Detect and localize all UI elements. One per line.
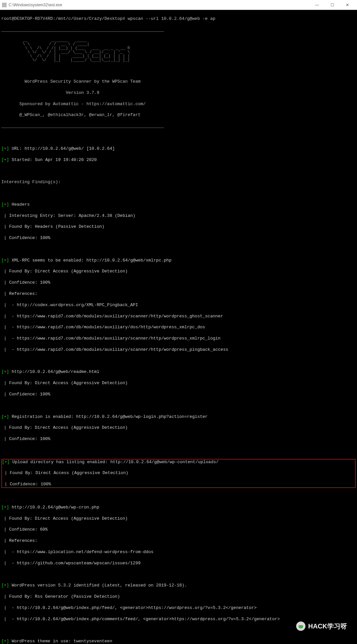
finding-readme: [+] http://10.0.2.64/g@web/readme.html	[1, 369, 356, 375]
banner-l3: Sponsored by Automattic - https://automa…	[1, 101, 356, 107]
window-controls: — ☐ ✕	[309, 0, 355, 10]
watermark-text: HACK学习呀	[308, 622, 347, 630]
url-line: [+] URL: http://10.0.2.64/g@web/ [10.0.2…	[1, 146, 356, 152]
window-title: C:\Windows\system32\wsl.exe	[9, 3, 309, 7]
minimize-button[interactable]: —	[309, 0, 325, 10]
watermark: HACK学习呀	[296, 622, 347, 631]
banner-l4: @_WPScan_, @ethicalhack3r, @erwan_lr, @f…	[1, 112, 356, 118]
window-titlebar: C:\Windows\system32\wsl.exe — ☐ ✕	[0, 0, 357, 10]
finding-wpversion: [+] WordPress version 5.3.2 identified (…	[1, 583, 356, 588]
findings-heading: Interesting Finding(s):	[1, 180, 356, 185]
started-line: [+] Started: Sun Apr 19 19:40:26 2020	[1, 157, 356, 163]
finding-headers: [+] Headers	[1, 202, 356, 208]
finding-theme: [+] WordPress theme in use: twentysevent…	[1, 639, 356, 644]
close-button[interactable]: ✕	[340, 0, 355, 10]
divider: ________________________________________…	[1, 27, 356, 33]
app-icon	[2, 3, 7, 7]
wechat-icon	[296, 622, 305, 631]
maximize-button[interactable]: ☐	[325, 0, 340, 10]
finding-wpcron: [+] http://10.0.2.64/g@web/wp-cron.php	[1, 505, 356, 510]
divider: ________________________________________…	[1, 124, 356, 129]
wpscan-logo: __ _______ _____ \ \ / / __ \ / ____| \ …	[1, 38, 356, 62]
banner-l1: WordPress Security Scanner by the WPScan…	[1, 79, 356, 85]
finding-xmlrpc: [+] XML-RPC seems to be enabled: http://…	[1, 258, 356, 263]
finding-register: [+] Registration is enabled: http://10.0…	[1, 414, 356, 420]
prompt-line: root@DESKTOP-RD7V4RD:/mnt/c/Users/Crazy/…	[1, 16, 356, 22]
banner-l2: Version 3.7.9	[1, 90, 356, 96]
terminal-output[interactable]: root@DESKTOP-RD7V4RD:/mnt/c/Users/Crazy/…	[0, 10, 357, 644]
highlight-uploads: [+] Upload directory has listing enabled…	[1, 459, 356, 488]
